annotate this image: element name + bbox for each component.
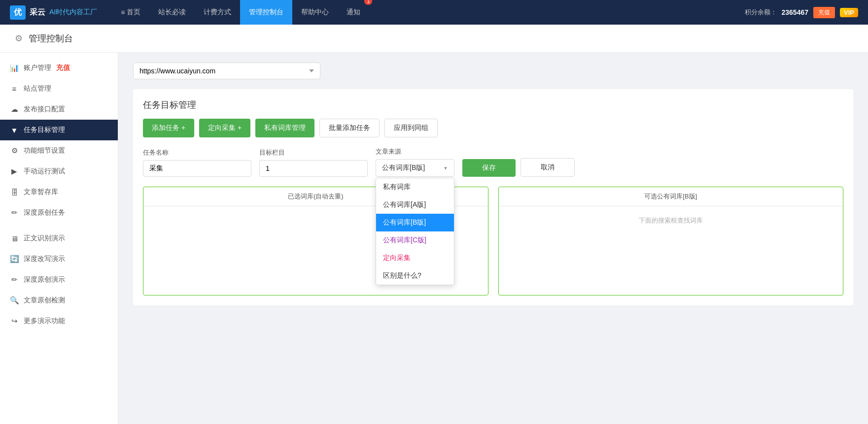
save-button[interactable]: 保存	[462, 159, 516, 177]
sidebar-item-task[interactable]: ▼ 任务目标管理	[0, 120, 118, 140]
sidebar: 📊 账户管理 充值 ≡ 站点管理 ☁ 发布接口配置 ▼ 任务目标管理 ⚙ 功能细…	[0, 53, 118, 424]
sidebar-manual-label: 手动运行测试	[24, 167, 65, 176]
sidebar-settings-label: 功能细节设置	[24, 146, 65, 155]
section-title: 任务目标管理	[143, 99, 843, 111]
right-library-panel: 可选公有词库[B版] 下面的搜索框查找词库	[498, 187, 844, 295]
source-selected-value: 公有词库[B版]	[382, 163, 425, 172]
manual-icon: ▶	[10, 167, 19, 176]
sidebar-check-label: 文章原创检测	[24, 296, 65, 305]
home-nav-icon: ≡	[121, 8, 125, 16]
sidebar-item-manual[interactable]: ▶ 手动运行测试	[0, 161, 118, 182]
page-title: 管理控制台	[29, 33, 73, 44]
apply-group-button[interactable]: 应用到同组	[384, 119, 438, 137]
rewrite-icon: 🔄	[10, 255, 19, 263]
task-name-group: 任务名称	[143, 148, 251, 177]
action-bar: 添加任务 + 定向采集 + 私有词库管理 批量添加任务 应用到同组	[143, 119, 843, 137]
task-name-input[interactable]	[143, 160, 251, 177]
nav-dashboard[interactable]: 管理控制台	[240, 0, 292, 25]
dropdown-public-b[interactable]: 公有词库[B版]	[376, 214, 454, 231]
check-icon: 🔍	[10, 296, 19, 305]
nav-home[interactable]: ≡ 首页	[112, 0, 149, 25]
library-panels: 已选词库(自动去重) 可选公有词库[B版] 下面的搜索框查找词库	[143, 187, 843, 295]
sidebar-item-site[interactable]: ≡ 站点管理	[0, 78, 118, 99]
points-value: 2365467	[782, 8, 809, 16]
private-library-button[interactable]: 私有词库管理	[255, 119, 314, 137]
right-panel-header: 可选公有词库[B版]	[499, 187, 843, 206]
sidebar-item-ocr[interactable]: 🖥 正文识别演示	[0, 228, 118, 249]
task-name-label: 任务名称	[143, 148, 251, 157]
site-select[interactable]: https://www.ucaiyun.com	[133, 63, 320, 79]
sidebar-site-label: 站点管理	[24, 84, 51, 93]
task-section: 任务目标管理 添加任务 + 定向采集 + 私有词库管理 批量添加任务 应用到同组…	[133, 89, 853, 305]
dropdown-directed[interactable]: 定向采集	[376, 249, 454, 267]
nav-items: ≡ 首页 站长必读 计费方式 管理控制台 帮助中心 通知 1	[112, 0, 744, 25]
top-recharge-button[interactable]: 充值	[813, 7, 835, 18]
settings-sidebar-icon: ⚙	[10, 146, 19, 155]
nav-help[interactable]: 帮助中心	[292, 0, 338, 25]
sidebar-item-original[interactable]: ✏ 深度原创任务	[0, 202, 118, 223]
nav-dashboard-label: 管理控制台	[249, 8, 283, 17]
nav-home-label: 首页	[127, 8, 140, 17]
sidebar-ocr-label: 正文识别演示	[24, 234, 65, 243]
sidebar-item-settings[interactable]: ⚙ 功能细节设置	[0, 140, 118, 161]
sidebar-item-rewrite[interactable]: 🔄 深度改写演示	[0, 249, 118, 269]
sidebar-item-draft[interactable]: 🗄 文章暂存库	[0, 182, 118, 202]
target-col-input[interactable]	[259, 160, 368, 177]
nav-notification-label: 通知	[347, 8, 360, 17]
sidebar-item-publish[interactable]: ☁ 发布接口配置	[0, 99, 118, 120]
sidebar-item-account[interactable]: 📊 账户管理 充值	[0, 58, 118, 78]
recharge-link[interactable]: 充值	[56, 64, 70, 72]
settings-icon: ⚙	[15, 33, 23, 44]
site-selector: https://www.ucaiyun.com	[133, 63, 853, 79]
page-container: ⚙ 管理控制台 📊 账户管理 充值 ≡ 站点管理 ☁ 发布接口配置 ▼ 任务目标…	[0, 25, 868, 424]
site-icon: ≡	[10, 85, 19, 93]
nav-help-label: 帮助中心	[301, 8, 329, 17]
account-icon: 📊	[10, 64, 19, 72]
sidebar-account-label: 账户管理	[24, 64, 51, 72]
nav-right: 积分余额： 2365467 充值 VIP	[745, 7, 858, 18]
publish-icon: ☁	[10, 105, 19, 114]
source-select-button[interactable]: 公有词库[B版] ▼	[376, 159, 454, 177]
logo-subtitle: AI时代内容工厂	[49, 8, 97, 17]
directed-collect-button[interactable]: 定向采集 +	[199, 119, 250, 137]
sidebar-divider	[0, 223, 118, 228]
sidebar-draft-label: 文章暂存库	[24, 188, 58, 196]
dropdown-diff[interactable]: 区别是什么?	[376, 267, 454, 285]
sidebar-original-label: 深度原创任务	[24, 208, 65, 217]
nav-pricing-label: 计费方式	[204, 8, 231, 17]
dropdown-public-a[interactable]: 公有词库[A版]	[376, 196, 454, 214]
add-task-button[interactable]: 添加任务 +	[143, 119, 194, 137]
nav-webmaster[interactable]: 站长必读	[149, 0, 195, 25]
sidebar-original-demo-label: 深度原创演示	[24, 275, 65, 284]
page-header: ⚙ 管理控制台	[0, 25, 868, 53]
sidebar-item-more[interactable]: ↪ 更多演示功能	[0, 311, 118, 331]
sidebar-item-check[interactable]: 🔍 文章原创检测	[0, 290, 118, 311]
nav-notification[interactable]: 通知 1	[338, 0, 369, 25]
source-dropdown: 私有词库 公有词库[A版] 公有词库[B版] 公有词库[C版]	[376, 178, 454, 285]
vip-badge: VIP	[840, 8, 858, 17]
target-col-group: 目标栏目	[259, 148, 368, 177]
chevron-down-icon: ▼	[443, 165, 448, 171]
source-group: 文章来源 公有词库[B版] ▼ 私有词库 公有词库[A版]	[376, 147, 454, 177]
sidebar-item-original-demo[interactable]: ✏ 深度原创演示	[0, 269, 118, 290]
nav-webmaster-label: 站长必读	[158, 8, 186, 17]
right-panel-body: 下面的搜索框查找词库	[499, 206, 843, 295]
target-col-label: 目标栏目	[259, 148, 368, 157]
original-demo-icon: ✏	[10, 275, 19, 284]
top-navigation: 优 采云 AI时代内容工厂 ≡ 首页 站长必读 计费方式 管理控制台 帮助中心 …	[0, 0, 868, 25]
right-panel-hint: 下面的搜索框查找词库	[504, 211, 838, 230]
dropdown-private[interactable]: 私有词库	[376, 178, 454, 196]
sidebar-publish-label: 发布接口配置	[24, 105, 65, 114]
batch-add-button[interactable]: 批量添加任务	[319, 119, 380, 137]
dropdown-public-c[interactable]: 公有词库[C版]	[376, 231, 454, 249]
nav-pricing[interactable]: 计费方式	[195, 0, 240, 25]
cancel-button[interactable]: 取消	[521, 158, 575, 177]
app-logo: 优 采云 AI时代内容工厂	[10, 5, 97, 20]
source-label: 文章来源	[376, 147, 454, 156]
ocr-icon: 🖥	[10, 234, 19, 243]
logo-name: 采云	[30, 7, 45, 18]
sidebar-task-label: 任务目标管理	[24, 126, 65, 134]
logo-icon: 优	[10, 5, 26, 20]
content-area: 📊 账户管理 充值 ≡ 站点管理 ☁ 发布接口配置 ▼ 任务目标管理 ⚙ 功能细…	[0, 53, 868, 424]
form-row: 任务名称 目标栏目 文章来源 公有词库[B版] ▼	[143, 147, 843, 177]
